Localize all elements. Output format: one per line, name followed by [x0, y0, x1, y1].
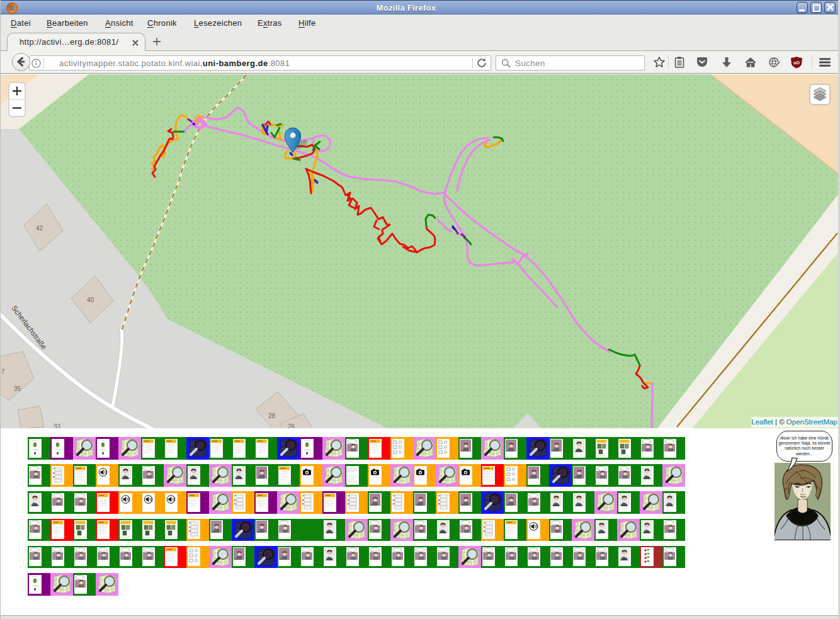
svg-text:35: 35 [14, 385, 21, 392]
svg-text:uO: uO [793, 60, 800, 65]
svg-text:7: 7 [1, 368, 5, 375]
svg-text:Leaflet | © OpenStreetMap: Leaflet | © OpenStreetMap [751, 418, 837, 426]
svg-text:33: 33 [54, 423, 61, 428]
svg-text:28: 28 [268, 412, 276, 419]
svg-text:26: 26 [288, 423, 295, 428]
svg-text:40: 40 [87, 297, 94, 304]
svg-text:42: 42 [36, 225, 43, 232]
